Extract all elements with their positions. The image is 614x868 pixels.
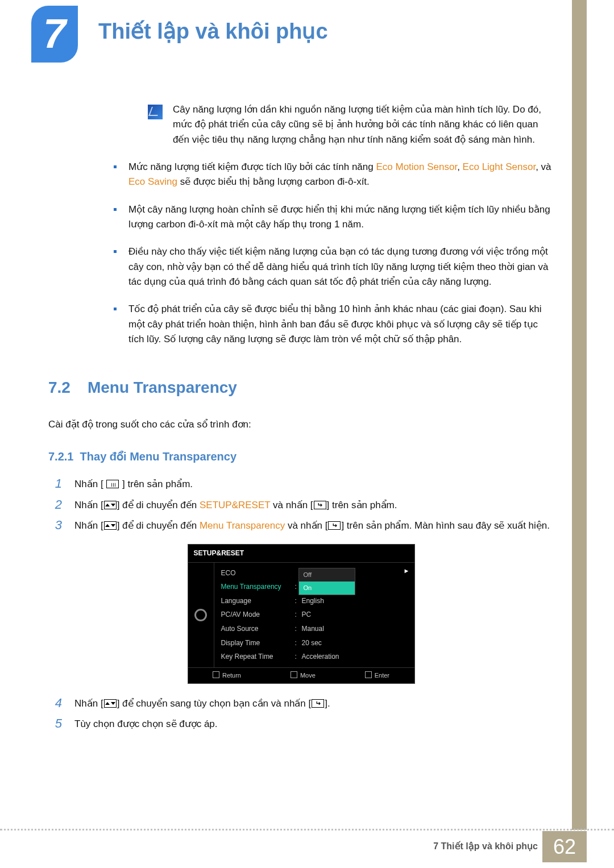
osd-colon: : [295, 596, 302, 607]
subsection-number: 7.2.1 [48, 450, 73, 463]
osd-colon: : [295, 624, 302, 634]
step-text: ] để di chuyển đến [117, 500, 200, 510]
step-text: ] để chuyển sang tùy chọn bạn cần và nhấ… [117, 698, 312, 709]
note-icon [148, 105, 163, 119]
step-text: ] trên sản phẩm. Màn hình sau đây sẽ xuấ… [341, 520, 550, 531]
section-heading: 7.2 Menu Transparency [48, 375, 551, 400]
osd-row: Auto Source:Manual [214, 622, 414, 636]
step-text: ]. [325, 698, 330, 709]
osd-value: 20 sec [302, 638, 322, 649]
osd-right-arrow-icon: ► [404, 566, 410, 576]
page-body: Cây năng lượng lớn dần khi nguồn năng lư… [0, 63, 614, 732]
gear-icon [194, 609, 207, 621]
step-number: 2 [51, 497, 62, 513]
step-item: 3 Nhấn [] để di chuyển đến Menu Transpar… [51, 517, 551, 534]
footer: 7 Thiết lập và khôi phục 62 [0, 829, 614, 863]
step-number: 5 [51, 716, 62, 732]
note-text: Cây năng lượng lớn dần khi nguồn năng lư… [173, 102, 551, 147]
bullet-text: , [457, 161, 462, 172]
section-number: 7.2 [48, 375, 70, 400]
updown-button-icon [104, 699, 117, 708]
osd-row: Display Time:20 sec [214, 636, 414, 650]
osd-option-selected: On [299, 582, 355, 595]
osd-option: Off [299, 568, 355, 582]
osd-colon: : [295, 609, 302, 620]
osd-bottom-return: Return [213, 671, 241, 680]
bullet-list: Mức năng lượng tiết kiệm được tích lũy b… [114, 160, 551, 347]
enter-button-icon [328, 521, 341, 530]
bullet-item: Một cây năng lượng hoàn chỉnh sẽ được hi… [114, 202, 551, 232]
bullet-text: sẽ được biểu thị bằng lượng carbon đi-ô-… [177, 176, 370, 187]
section-title: Menu Transparency [88, 375, 237, 400]
highlight: Menu Transparency [200, 520, 285, 531]
step-text: ] trên sản phẩm. [327, 500, 397, 510]
step-number: 4 [51, 695, 62, 712]
step-item: 2 Nhấn [] để di chuyển đến SETUP&RESET v… [51, 497, 551, 513]
step-text: Nhấn [ [74, 520, 103, 531]
osd-bottom-move: Move [291, 671, 316, 680]
step-text: Nhấn [ [74, 500, 103, 510]
subsection-heading: 7.2.1 Thay đổi Menu Transparency [48, 448, 551, 466]
osd-label: Key Repeat Time [221, 651, 295, 662]
step-body: Nhấn [] để di chuyển đến SETUP&RESET và … [74, 497, 397, 513]
osd-colon: : [295, 638, 302, 649]
osd-body: ECO ► Menu Transparency: Language:Englis… [188, 563, 414, 667]
osd-label: Menu Transparency [221, 582, 295, 592]
side-strip [572, 0, 587, 830]
note-block: Cây năng lượng lớn dần khi nguồn năng lư… [148, 102, 551, 147]
osd-list: ECO ► Menu Transparency: Language:Englis… [214, 563, 414, 667]
step-number: 3 [51, 517, 62, 534]
bullet-text: Mức năng lượng tiết kiệm được tích lũy b… [128, 161, 376, 172]
menu-button-icon [106, 480, 119, 488]
updown-button-icon [104, 521, 117, 530]
footer-page-number: 62 [542, 831, 587, 862]
bullet-item: Tốc độ phát triển của cây sẽ được biểu t… [114, 302, 551, 347]
highlight: Eco Saving [128, 176, 177, 187]
footer-chapter: 7 Thiết lập và khôi phục [433, 840, 542, 854]
step-text: ] để di chuyển đến [117, 520, 200, 531]
osd-gear-column [188, 563, 214, 667]
section-intro: Cài đặt độ trong suốt cho các cửa sổ trì… [48, 417, 551, 432]
highlight: Eco Motion Sensor [376, 161, 457, 172]
osd-row: Language:English [214, 594, 414, 608]
osd-bottom-bar: Return Move Enter [188, 667, 414, 683]
osd-row: Key Repeat Time:Acceleration [214, 650, 414, 664]
osd-popup: Off On [298, 568, 355, 595]
highlight: SETUP&RESET [200, 500, 270, 510]
chapter-title: Thiết lập và khôi phục [98, 6, 328, 48]
step-text: ] trên sản phẩm. [119, 479, 193, 489]
step-text: và nhấn [ [285, 520, 327, 531]
osd-value: Manual [302, 624, 324, 634]
chapter-number-box: 7 [31, 6, 78, 63]
step-text: Nhấn [ [74, 698, 103, 709]
osd-label: Auto Source [221, 624, 295, 634]
step-body: Tùy chọn được chọn sẽ được áp. [74, 716, 218, 732]
osd-label: ECO [221, 568, 295, 579]
step-number: 1 [51, 476, 62, 492]
steps-list: 1 Nhấn [ ] trên sản phẩm. 2 Nhấn [] để d… [51, 476, 551, 732]
enter-button-icon [314, 501, 326, 509]
osd-label: Display Time [221, 638, 295, 649]
step-item: 4 Nhấn [] để chuyển sang tùy chọn bạn cầ… [51, 695, 551, 712]
enter-button-icon [312, 699, 324, 708]
bullet-item: Mức năng lượng tiết kiệm được tích lũy b… [114, 160, 551, 190]
osd-value: Acceleration [302, 651, 339, 662]
osd-screenshot: SETUP&RESET ECO ► Menu Transparency: [51, 544, 551, 684]
osd-label: Language [221, 596, 295, 607]
osd-value: PC [302, 609, 312, 620]
osd-title: SETUP&RESET [188, 545, 414, 563]
bullet-text: , và [536, 161, 551, 172]
step-item: 5 Tùy chọn được chọn sẽ được áp. [51, 716, 551, 732]
highlight: Eco Light Sensor [463, 161, 536, 172]
chapter-number: 7 [43, 2, 66, 66]
chapter-header: 7 Thiết lập và khôi phục [0, 0, 614, 63]
osd-panel: SETUP&RESET ECO ► Menu Transparency: [188, 544, 415, 684]
step-body: Nhấn [] để di chuyển đến Menu Transparen… [74, 517, 550, 534]
step-item: 1 Nhấn [ ] trên sản phẩm. [51, 476, 551, 492]
osd-row: PC/AV Mode:PC [214, 608, 414, 622]
bullet-item: Điều này cho thấy việc tiết kiệm năng lư… [114, 244, 551, 289]
osd-label: PC/AV Mode [221, 609, 295, 620]
step-body: Nhấn [] để chuyển sang tùy chọn bạn cần … [74, 695, 330, 712]
step-text: Nhấn [ [74, 479, 106, 489]
step-text: và nhấn [ [270, 500, 313, 510]
